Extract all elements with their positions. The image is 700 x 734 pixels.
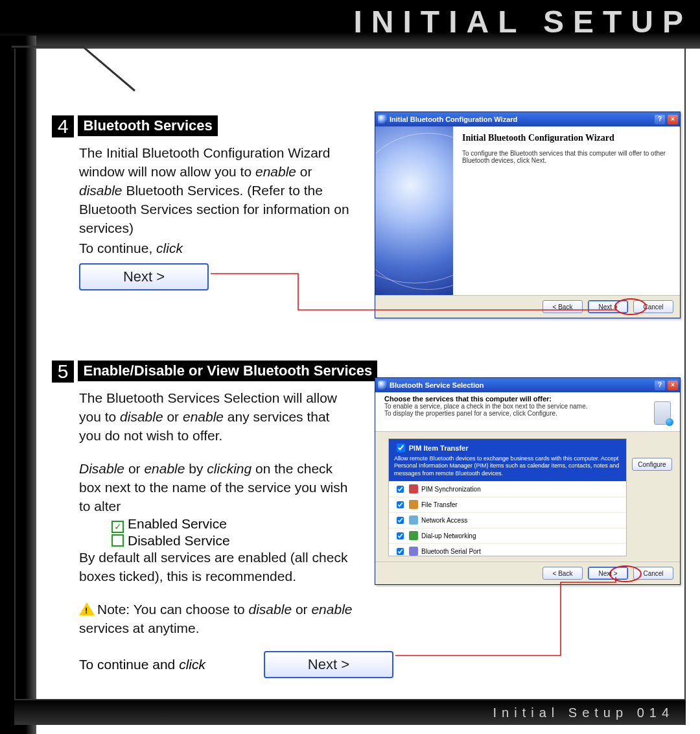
window-title: Bluetooth Service Selection — [390, 381, 484, 389]
help-button[interactable]: ? — [655, 115, 665, 124]
globe-graphic — [375, 126, 453, 295]
next-button[interactable]: Next > — [264, 651, 393, 678]
service-checkbox[interactable] — [397, 501, 404, 508]
service-icon — [409, 484, 418, 493]
service-icon — [409, 531, 418, 540]
corner-slash — [38, 34, 135, 91]
service-checkbox[interactable] — [397, 532, 404, 539]
cancel-button[interactable]: Cancel — [633, 567, 673, 580]
titlebar: Bluetooth Service Selection ? × — [375, 378, 680, 392]
close-button[interactable]: × — [668, 381, 678, 390]
checkbox-checked-icon — [111, 521, 124, 533]
service-icon — [409, 500, 418, 509]
step-number: 5 — [52, 361, 74, 383]
wizard-window-config: Initial Bluetooth Configuration Wizard ?… — [375, 112, 681, 318]
window-title: Initial Bluetooth Configuration Wizard — [390, 115, 517, 123]
selected-service-desc: Allow remote Bluetooth devices to exchan… — [394, 455, 621, 477]
help-button[interactable]: ? — [655, 381, 665, 390]
footer: Initial Setup 014 — [14, 700, 686, 725]
step5-note: Note: You can choose to disable or enabl… — [79, 600, 364, 638]
warning-icon — [79, 602, 95, 615]
step4-paragraph-1: The Initial Bluetooth Configuration Wiza… — [79, 144, 351, 238]
wizard2-head-l2: To display the properties panel for a se… — [384, 410, 557, 417]
service-checkbox[interactable] — [397, 517, 404, 524]
back-button[interactable]: < Back — [542, 300, 583, 313]
step4-paragraph-2: To continue, click — [79, 239, 351, 258]
wizard-desc: To configure the Bluetooth services that… — [462, 150, 671, 164]
selected-service[interactable]: PIM Item Transfer Allow remote Bluetooth… — [389, 439, 626, 481]
checkbox-unchecked-icon — [111, 534, 124, 547]
step-title: Bluetooth Services — [78, 115, 217, 136]
close-button[interactable]: × — [668, 115, 678, 124]
service-icon — [409, 515, 418, 525]
back-button[interactable]: < Back — [542, 567, 583, 580]
service-row[interactable]: Network Access — [389, 512, 626, 528]
service-row[interactable]: Dial-up Networking — [389, 528, 626, 543]
service-checkbox[interactable] — [397, 444, 405, 452]
wizard2-head-bold: Choose the services that this computer w… — [384, 395, 552, 403]
wizard-heading: Initial Bluetooth Configuration Wizard — [462, 133, 671, 143]
app-icon — [378, 115, 387, 124]
next-button[interactable]: Next > — [588, 300, 628, 313]
step5-paragraph-2: Disable or enable by clicking on the che… — [79, 460, 351, 516]
figure-3-4: Initial Bluetooth Configuration Wizard ?… — [375, 112, 556, 130]
step5-paragraph-4: To continue and click — [79, 657, 205, 672]
titlebar: Initial Bluetooth Configuration Wizard ?… — [375, 112, 680, 126]
service-checkbox[interactable] — [397, 548, 404, 555]
page-title: Initial Setup — [354, 4, 692, 40]
cancel-button[interactable]: Cancel — [633, 300, 673, 313]
next-button[interactable]: Next > — [79, 263, 209, 290]
step5-paragraph-3: By default all services are enabled (all… — [79, 549, 351, 586]
step-title: Enable/Disable or View Bluetooth Service… — [78, 361, 377, 381]
next-button[interactable]: Next > — [588, 567, 628, 580]
service-icon — [409, 547, 418, 556]
left-rail — [0, 36, 36, 734]
service-row[interactable]: File Transfer — [389, 497, 626, 512]
service-row[interactable]: Bluetooth Serial Port — [389, 543, 626, 556]
service-list: PIM Item Transfer Allow remote Bluetooth… — [388, 438, 627, 556]
step5-paragraph-1: The Bluetooth Services Selection will al… — [79, 389, 351, 445]
pda-bluetooth-icon — [651, 395, 673, 431]
figure-3-5: Bluetooth Service Selection ? × Choose t… — [375, 377, 590, 396]
app-icon — [378, 381, 387, 390]
wizard2-head-l1: To enable a service, place a check in th… — [384, 403, 588, 410]
service-row[interactable]: PIM Synchronization — [389, 481, 626, 497]
service-checkbox[interactable] — [397, 486, 404, 493]
wizard-window-services: Bluetooth Service Selection ? × Choose t… — [375, 377, 681, 585]
configure-button[interactable]: Configure — [632, 458, 672, 471]
step-number: 4 — [52, 115, 74, 137]
